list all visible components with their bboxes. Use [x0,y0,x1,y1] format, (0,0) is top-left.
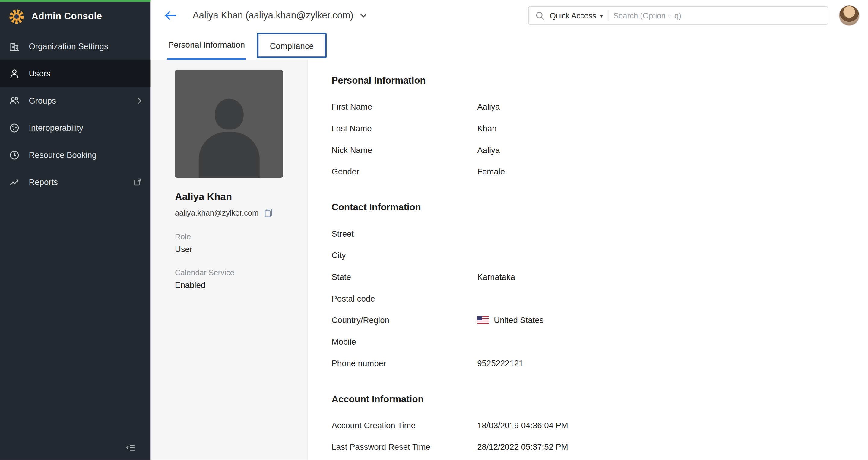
field-label: Mobile [332,337,477,346]
calendar-service-value: Enabled [175,280,307,290]
quick-access-caret-icon: ▾ [600,12,603,19]
sidebar-item-label: Users [29,69,142,78]
field-label: Street [332,229,477,238]
field-state: State Karnataka [332,270,868,283]
role-label: Role [175,232,307,241]
search-box[interactable]: Quick Access ▾ [528,6,828,25]
field-value: Aaliya [477,102,500,111]
field-mobile: Mobile [332,335,868,348]
admin-console-app: Admin Console Organization Settings [0,0,868,460]
sidebar-item-label: Interoperability [29,123,142,132]
account-avatar[interactable] [839,5,859,25]
profile-photo-placeholder [175,70,283,178]
field-label: State [332,272,477,281]
field-label: Nick Name [332,145,477,154]
search-icon [535,11,545,20]
groups-icon [9,95,20,106]
app-logo-row: Admin Console [0,2,151,31]
tabs-row: Personal Information Compliance [151,31,868,60]
sidebar-item-interoperability[interactable]: Interoperability [0,114,151,141]
us-flag-icon [477,316,489,323]
country-name: United States [494,315,544,324]
section-personal-information: Personal Information First Name Aaliya L… [332,76,868,178]
main-column: Aaliya Khan (aaliya.khan@zylker.com) Qui… [151,0,868,460]
field-value: United States [477,315,544,324]
field-street: Street [332,227,868,240]
field-phone-number: Phone number 9525222121 [332,356,868,369]
sidebar-item-label: Groups [29,96,128,105]
field-label: City [332,250,477,260]
interoperability-icon [9,122,20,134]
field-value: Aaliya [477,145,500,154]
field-label: Account Creation Time [332,420,477,430]
sidebar: Admin Console Organization Settings [0,0,151,460]
resource-booking-icon [9,149,20,161]
search-divider [608,10,608,21]
content-area: Aaliya Khan aaliya.khan@zylker.com Role … [151,60,868,460]
chevron-right-icon [137,97,142,104]
tab-label: Compliance [270,41,314,50]
organization-icon [9,41,20,52]
field-gender: Gender Female [332,165,868,178]
section-title: Personal Information [332,76,868,87]
user-title-dropdown[interactable]: Aaliya Khan (aaliya.khan@zylker.com) [193,10,367,21]
back-arrow-icon[interactable] [164,9,177,22]
field-first-name: First Name Aaliya [332,99,868,113]
section-title: Contact Information [332,202,868,213]
sidebar-item-label: Organization Settings [29,42,142,51]
calendar-service-label: Calendar Service [175,268,307,277]
sidebar-item-reports[interactable]: Reports [0,168,151,196]
field-last-password-reset-time: Last Password Reset Time 28/12/2022 05:3… [332,440,868,453]
external-link-icon [133,178,142,186]
profile-panel: Aaliya Khan aaliya.khan@zylker.com Role … [151,60,308,460]
profile-email: aaliya.khan@zylker.com [175,208,258,217]
copy-icon[interactable] [264,208,274,218]
tab-compliance[interactable]: Compliance [257,33,326,58]
field-country-region: Country/Region United States [332,313,868,326]
person-silhouette-icon [214,99,243,130]
role-value: User [175,244,307,254]
field-label: First Name [332,102,477,111]
sidebar-item-groups[interactable]: Groups [0,87,151,114]
field-value: Karnataka [477,272,515,281]
chevron-down-icon [360,13,367,18]
sidebar-item-label: Resource Booking [29,150,142,160]
field-city: City [332,248,868,261]
sidebar-item-organization-settings[interactable]: Organization Settings [0,33,151,60]
field-label: Phone number [332,358,477,368]
section-account-information: Account Information Account Creation Tim… [332,394,868,453]
collapse-sidebar-icon[interactable] [125,442,136,453]
field-label: Gender [332,167,477,176]
field-nick-name: Nick Name Aaliya [332,143,868,156]
field-account-creation-time: Account Creation Time 18/03/2019 04:36:0… [332,418,868,432]
section-title: Account Information [332,394,868,405]
quick-access-dropdown[interactable]: Quick Access [550,11,596,20]
reports-icon [9,177,20,188]
field-value: 18/03/2019 04:36:04 PM [477,420,568,430]
sidebar-item-label: Reports [29,177,125,186]
field-label: Last Password Reset Time [332,442,477,451]
app-title: Admin Console [32,11,102,22]
field-label: Postal code [332,293,477,303]
profile-name: Aaliya Khan [175,191,307,203]
sidebar-item-users[interactable]: Users [0,60,151,87]
field-value: Khan [477,123,496,133]
tab-label: Personal Information [168,40,245,49]
field-last-name: Last Name Khan [332,121,868,135]
detail-pane: Personal Information First Name Aaliya L… [308,60,868,460]
section-contact-information: Contact Information Street City State Ka… [332,202,868,369]
sidebar-nav: Organization Settings Users [0,33,151,196]
field-value: 28/12/2022 05:37:52 PM [477,442,568,451]
profile-email-row: aaliya.khan@zylker.com [175,208,307,218]
sidebar-item-resource-booking[interactable]: Resource Booking [0,141,151,168]
field-value: Female [477,167,505,176]
field-value: 9525222121 [477,358,523,368]
search-input[interactable] [614,11,821,20]
tab-personal-information[interactable]: Personal Information [167,31,246,60]
admin-console-logo-icon [9,8,24,24]
field-label: Last Name [332,123,477,133]
topbar: Aaliya Khan (aaliya.khan@zylker.com) Qui… [151,0,868,31]
page-title: Aaliya Khan (aaliya.khan@zylker.com) [193,10,353,21]
users-icon [9,68,20,79]
field-postal-code: Postal code [332,291,868,305]
